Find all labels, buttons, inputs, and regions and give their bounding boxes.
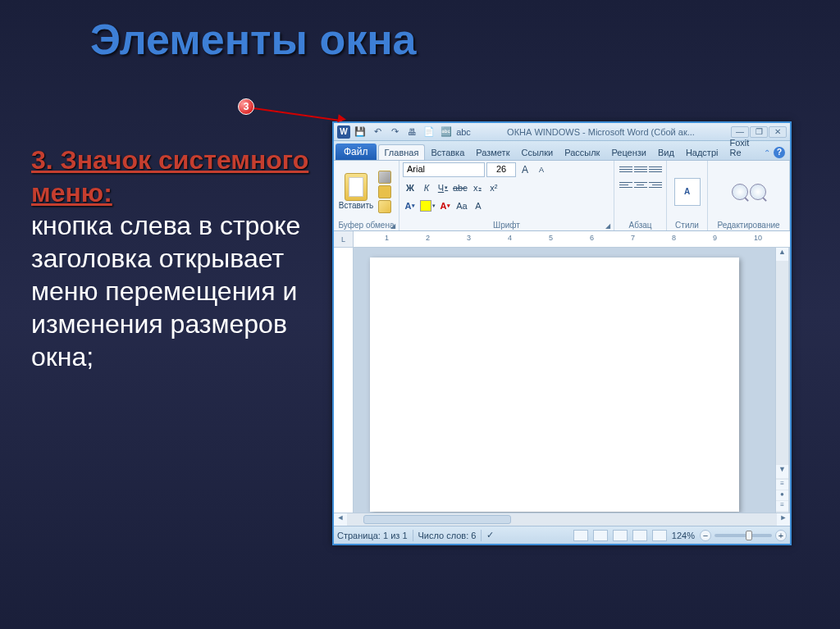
file-tab[interactable]: Файл [336, 144, 377, 160]
qat-more-icon[interactable]: abc [456, 125, 471, 139]
hscroll-track[interactable] [347, 513, 777, 526]
ruler-tick: 6 [590, 234, 594, 242]
tab-references[interactable]: Ссылки [515, 145, 559, 160]
paste-label: Вставить [339, 201, 373, 210]
qat-spell-icon[interactable]: 🔤 [439, 125, 454, 139]
styles-icon: A [674, 178, 701, 206]
tab-layout[interactable]: Разметк [470, 145, 515, 160]
scroll-thumb[interactable] [776, 261, 788, 465]
zoom-in-button[interactable]: + [775, 530, 787, 541]
font-launcher-icon[interactable]: ◢ [605, 222, 610, 230]
callout-badge-3: 3 [238, 98, 254, 115]
hscroll-thumb[interactable] [363, 515, 511, 524]
zoom-out-button[interactable]: − [700, 530, 711, 541]
next-page-icon[interactable]: ≡ [776, 501, 788, 511]
cut-icon[interactable] [378, 171, 391, 184]
ruler-corner[interactable]: L [334, 231, 354, 247]
font-color-icon[interactable]: A▾ [438, 198, 453, 213]
font-label: Шрифт ◢ [403, 221, 610, 230]
underline-button[interactable]: Ч▾ [436, 180, 450, 195]
zoom-slider[interactable] [714, 534, 772, 537]
qat-undo-icon[interactable]: ↶ [370, 125, 385, 139]
status-bar: Страница: 1 из 1 Число слов: 6 ✓ 124% − … [334, 526, 790, 544]
highlight-icon[interactable]: ▾ [419, 198, 436, 213]
scroll-left-icon[interactable]: ◄ [334, 513, 347, 526]
status-word-count[interactable]: Число слов: 6 [418, 531, 477, 540]
vertical-scrollbar[interactable]: ▲ ▼ ≡ ● ≡ [775, 248, 788, 513]
tab-mailings[interactable]: Рассылк [559, 145, 605, 160]
numbering-icon[interactable] [634, 162, 647, 175]
vertical-ruler[interactable] [334, 248, 354, 513]
tab-home[interactable]: Главная [378, 144, 426, 160]
document-page[interactable] [370, 258, 739, 512]
styles-button[interactable]: A [670, 166, 704, 217]
text-effect-icon[interactable]: A▾ [403, 198, 418, 213]
group-font: Arial 26 A A Ж К Ч▾ abc x₂ x² A▾ ▾ A▾ [399, 161, 614, 230]
system-menu-icon[interactable]: W [337, 125, 350, 139]
font-size-select[interactable]: 26 [486, 162, 516, 177]
scroll-down-icon[interactable]: ▼ [776, 465, 788, 478]
align-right-icon[interactable] [649, 178, 662, 191]
paste-icon [345, 173, 368, 201]
clipboard-label: Буфер обмена ◢ [337, 221, 395, 230]
find-button[interactable] [730, 166, 768, 217]
scroll-up-icon[interactable]: ▲ [776, 248, 788, 261]
clear-format-icon[interactable]: A [471, 198, 486, 213]
view-web-icon[interactable] [613, 530, 628, 541]
tab-addins[interactable]: Надстрі [680, 145, 724, 160]
format-painter-icon[interactable] [378, 200, 391, 213]
qat-new-icon[interactable]: 📄 [422, 125, 436, 139]
paste-button[interactable]: Вставить [337, 166, 375, 217]
grow-font-icon[interactable]: A [518, 162, 532, 177]
close-button[interactable]: ✕ [769, 126, 787, 138]
subscript-button[interactable]: x₂ [470, 180, 485, 195]
page-container: ▲ ▼ ≡ ● ≡ [354, 248, 790, 513]
view-outline-icon[interactable] [632, 530, 647, 541]
group-paragraph: Абзац [614, 161, 667, 230]
ruler-tick: 5 [549, 234, 553, 242]
ruler-scale[interactable]: 1 2 3 4 5 6 7 8 9 10 [354, 231, 790, 247]
bold-button[interactable]: Ж [403, 180, 418, 195]
bullets-icon[interactable] [619, 162, 632, 175]
select-browse-icon[interactable]: ● [776, 490, 788, 500]
zoom-slider-thumb[interactable] [746, 531, 752, 540]
help-icon[interactable]: ? [774, 147, 785, 158]
callout-arrow-head [337, 114, 346, 123]
ribbon: Вставить Буфер обмена ◢ Arial 26 A [334, 161, 790, 231]
tab-view[interactable]: Вид [652, 145, 680, 160]
word-window: W 💾 ↶ ↷ 🖶 📄 🔤 abc ОКНА WINDOWS - Microso… [332, 121, 792, 545]
multilevel-icon[interactable] [649, 162, 662, 175]
status-page[interactable]: Страница: 1 из 1 [337, 531, 408, 540]
strike-button[interactable]: abc [452, 180, 468, 195]
group-editing: Редактирование [708, 161, 790, 230]
align-center-icon[interactable] [634, 178, 647, 191]
slide-body: 3. Значок системного меню: кнопка слева … [31, 144, 310, 373]
view-fullscreen-icon[interactable] [593, 530, 608, 541]
superscript-button[interactable]: x² [486, 180, 501, 195]
change-case-icon[interactable]: Aa [454, 198, 469, 213]
horizontal-scrollbar[interactable]: ◄ ► [334, 513, 790, 526]
view-draft-icon[interactable] [652, 530, 667, 541]
qat-save-icon[interactable]: 💾 [353, 125, 368, 139]
window-title: ОКНА WINDOWS - Microsoft Word (Сбой ак..… [473, 127, 728, 137]
prev-page-icon[interactable]: ≡ [776, 480, 788, 490]
qat-redo-icon[interactable]: ↷ [387, 125, 402, 139]
clipboard-launcher-icon[interactable]: ◢ [390, 222, 395, 230]
copy-icon[interactable] [378, 185, 391, 198]
italic-button[interactable]: К [419, 180, 434, 195]
ruler-tick: 9 [713, 234, 717, 242]
status-proofing-icon[interactable]: ✓ [486, 530, 494, 540]
ribbon-minimize-icon[interactable]: ⌃ [764, 148, 770, 157]
ruler-tick: 7 [631, 234, 635, 242]
qat-print-icon[interactable]: 🖶 [404, 125, 419, 139]
status-zoom-value[interactable]: 124% [672, 531, 695, 540]
shrink-font-icon[interactable]: A [534, 162, 549, 177]
tab-insert[interactable]: Вставка [425, 145, 470, 160]
tab-review[interactable]: Рецензи [605, 145, 652, 160]
scroll-right-icon[interactable]: ► [777, 513, 790, 526]
font-name-select[interactable]: Arial [403, 162, 485, 177]
align-left-icon[interactable] [619, 178, 632, 191]
tab-foxit[interactable]: Foxit Re [724, 135, 760, 160]
view-print-layout-icon[interactable] [573, 530, 588, 541]
slide-body-text: кнопка слева в строке заголовка открывае… [31, 211, 300, 371]
